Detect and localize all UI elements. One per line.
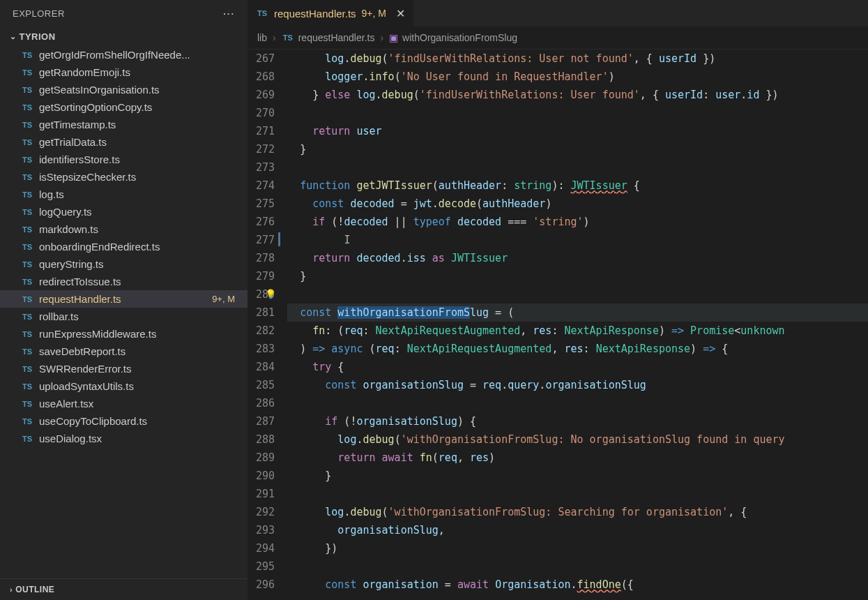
project-section[interactable]: ⌄ TYRION [0,27,248,46]
file-item[interactable]: TSisStepsizeChecker.ts [0,168,248,186]
ts-icon: TS [21,260,33,269]
file-name: SWRRenderError.ts [39,363,241,375]
file-item[interactable]: TSgetRandomEmoji.ts [0,63,248,81]
ts-icon: TS [21,86,33,94]
file-item[interactable]: TSsaveDebtReport.ts [0,343,248,360]
file-item[interactable]: TSgetSortingOptionCopy.ts [0,98,248,116]
file-item[interactable]: TSuseCopyToClipboard.ts [0,412,248,430]
file-item[interactable]: TSlog.ts [0,186,248,203]
ts-icon: TS [21,68,33,77]
file-item[interactable]: TSuploadSyntaxUtils.ts [0,377,248,395]
file-item[interactable]: TSuseAlert.tsx [0,395,248,412]
project-name: TYRION [20,31,56,42]
file-item[interactable]: TSredirectToIssue.ts [0,273,248,290]
file-item[interactable]: TSrollbar.ts [0,308,248,325]
file-name: markdown.ts [39,223,241,235]
ts-icon: TS [21,121,33,129]
chevron-right-icon: › [273,32,276,43]
file-name: identifiersStore.ts [39,153,241,165]
breadcrumb-folder[interactable]: lib [257,32,267,43]
ts-icon: TS [21,173,33,181]
explorer-title: EXPLORER [13,8,65,19]
outline-section[interactable]: › OUTLINE [0,578,248,600]
file-name: isStepsizeChecker.ts [39,171,241,183]
file-name: runExpressMiddleware.ts [39,328,241,340]
file-item[interactable]: TSuseDialog.tsx [0,430,248,447]
file-status: 9+, M [212,294,235,304]
file-item[interactable]: TSidentifiersStore.ts [0,151,248,168]
tab-requesthandler[interactable]: TS requestHandler.ts 9+, M ✕ [248,0,414,27]
ts-icon: TS [21,51,33,59]
code-editor[interactable]: 2672682692702712722732742752762772782792… [248,50,868,600]
breadcrumb-file[interactable]: TS requestHandler.ts [282,32,375,43]
ts-icon: TS [21,330,33,338]
ts-icon: TS [21,243,33,251]
more-icon[interactable]: ··· [223,8,235,19]
file-name: uploadSyntaxUtils.ts [39,380,241,392]
file-item[interactable]: TSgetTimestamp.ts [0,116,248,133]
file-item[interactable]: TSlogQuery.ts [0,203,248,220]
file-item[interactable]: TSgetOrgIdFromShellOrgIfNeede... [0,46,248,63]
file-item[interactable]: TSrequestHandler.ts9+, M [0,290,248,308]
file-item[interactable]: TSgetSeatsInOrganisation.ts [0,81,248,98]
tab-status: 9+, M [362,8,386,19]
file-name: getOrgIdFromShellOrgIfNeede... [39,49,241,61]
breadcrumb: lib › TS requestHandler.ts › ▣ withOrgan… [248,27,868,50]
ts-icon: TS [282,33,294,42]
file-name: getTrialData.ts [39,136,241,148]
file-item[interactable]: TSgetTrialData.ts [0,133,248,151]
breadcrumb-symbol[interactable]: ▣ withOrganisationFromSlug [389,32,517,43]
ts-icon: TS [21,138,33,147]
file-name: rollbar.ts [39,310,241,322]
file-name: getSortingOptionCopy.ts [39,101,241,113]
file-name: getRandomEmoji.ts [39,66,241,78]
file-list: TSgetOrgIdFromShellOrgIfNeede...TSgetRan… [0,46,248,578]
ts-icon: TS [21,400,33,408]
file-item[interactable]: TSmarkdown.ts [0,220,248,238]
ts-icon: TS [21,313,33,321]
ts-icon: TS [21,382,33,391]
file-name: saveDebtReport.ts [39,345,241,357]
lightbulb-icon[interactable]: 💡 [265,285,276,303]
file-name: log.ts [39,188,241,200]
ts-icon: TS [21,190,33,199]
file-item[interactable]: TSqueryString.ts [0,255,248,273]
file-name: onboardingEndRedirect.ts [39,241,241,253]
file-name: getTimestamp.ts [39,119,241,130]
file-name: queryString.ts [39,258,241,270]
file-name: logQuery.ts [39,206,241,218]
ts-icon: TS [21,156,33,164]
ts-icon: TS [21,365,33,373]
ts-icon: TS [21,417,33,426]
ts-icon: TS [21,435,33,443]
file-name: getSeatsInOrganisation.ts [39,84,241,96]
chevron-down-icon: ⌄ [10,32,17,41]
chevron-right-icon: › [380,32,383,43]
tab-bar: TS requestHandler.ts 9+, M ✕ [248,0,868,27]
ts-icon: TS [21,225,33,234]
file-item[interactable]: TSSWRRenderError.ts [0,360,248,377]
tab-filename: requestHandler.ts [274,8,356,20]
chevron-right-icon: › [10,585,13,594]
file-name: useAlert.tsx [39,398,241,410]
file-name: useDialog.tsx [39,433,241,444]
ts-icon: TS [21,278,33,286]
code-content[interactable]: log.debug('findUserWithRelations: User n… [287,50,868,600]
close-icon[interactable]: ✕ [396,7,405,20]
outline-label: OUTLINE [15,585,54,594]
ts-icon: TS [21,208,33,216]
modified-indicator [278,232,280,246]
explorer-header: EXPLORER ··· [0,0,248,27]
file-item[interactable]: TSrunExpressMiddleware.ts [0,325,248,343]
ts-icon: TS [21,103,33,112]
ts-icon: TS [21,347,33,356]
file-item[interactable]: TSonboardingEndRedirect.ts [0,238,248,255]
ts-icon: TS [21,295,33,303]
file-name: redirectToIssue.ts [39,276,241,287]
explorer-sidebar: EXPLORER ··· ⌄ TYRION TSgetOrgIdFromShel… [0,0,248,600]
line-gutter: 2672682692702712722732742752762772782792… [248,50,287,600]
main-area: TS requestHandler.ts 9+, M ✕ lib › TS re… [248,0,868,600]
file-name: requestHandler.ts [39,293,206,305]
method-icon: ▣ [389,32,398,43]
ts-icon: TS [256,9,268,17]
